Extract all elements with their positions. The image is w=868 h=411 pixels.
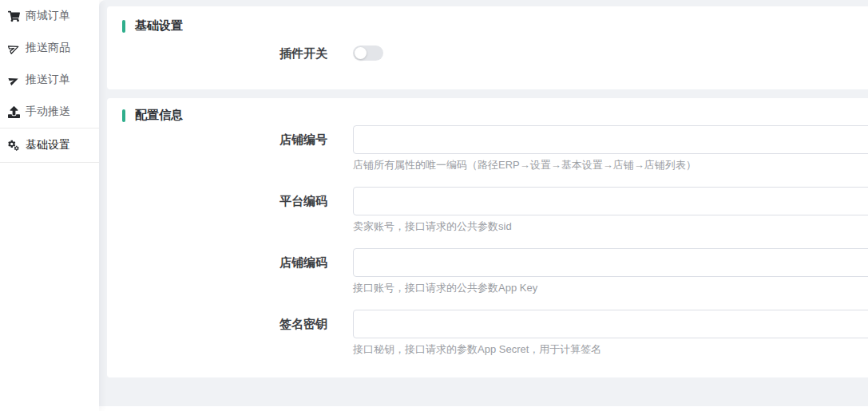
section-accent-bar [122,20,125,33]
sidebar-item-push-orders[interactable]: 推送订单 [0,64,99,96]
upload-icon [7,105,20,118]
sign-secret-input[interactable] [353,310,868,338]
shop-number-field-row: 店铺编号 店铺所有属性的唯一编码（路径ERP→设置→基本设置→店铺→店铺列表） [107,125,868,172]
config-info-card-header: 配置信息 [107,98,868,123]
platform-code-label: 平台编码 [107,187,353,233]
switch-knob [355,47,367,59]
sign-secret-field-row: 签名密钥 接口秘钥，接口请求的参数App Secret，用于计算签名 [107,310,868,356]
sidebar-item-label: 推送订单 [26,73,70,87]
config-form: 店铺编号 店铺所有属性的唯一编码（路径ERP→设置→基本设置→店铺→店铺列表） … [107,125,868,356]
sidebar-item-manual-push[interactable]: 手动推送 [0,96,99,128]
sidebar-item-label: 手动推送 [26,105,70,119]
shop-number-hint: 店铺所有属性的唯一编码（路径ERP→设置→基本设置→店铺→店铺列表） [353,159,868,172]
sidebar-item-basic-settings[interactable]: 基础设置 [0,128,99,163]
config-info-card: 配置信息 店铺编号 店铺所有属性的唯一编码（路径ERP→设置→基本设置→店铺→店… [107,98,868,377]
shop-code-label: 店铺编码 [107,248,353,294]
section-title: 基础设置 [135,18,183,34]
sidebar-item-mall-orders[interactable]: 商城订单 [0,0,99,32]
paper-plane-icon [7,73,20,86]
sign-secret-label: 签名密钥 [107,310,353,356]
platform-code-field-row: 平台编码 卖家账号，接口请求的公共参数sid [107,187,868,233]
basic-settings-card: 基础设置 插件开关 [107,6,868,89]
shop-code-hint: 接口账号，接口请求的公共参数App Key [353,282,868,294]
sign-secret-hint: 接口秘钥，接口请求的参数App Secret，用于计算签名 [353,343,868,356]
paper-plane-outline-icon [7,41,20,54]
section-title: 配置信息 [135,108,183,123]
sidebar-item-label: 基础设置 [26,138,70,152]
shop-number-label: 店铺编号 [107,125,353,172]
shop-number-input[interactable] [353,125,868,154]
shopping-cart-icon [7,10,20,22]
shop-code-input[interactable] [353,248,868,277]
basic-settings-card-header: 基础设置 [107,6,868,34]
sidebar-item-push-products[interactable]: 推送商品 [0,32,99,64]
platform-code-hint: 卖家账号，接口请求的公共参数sid [353,220,868,233]
section-accent-bar [122,109,125,122]
plugin-switch-label: 插件开关 [107,45,353,61]
sidebar-item-label: 商城订单 [26,9,70,23]
plugin-switch-row: 插件开关 [107,45,868,61]
sidebar-item-label: 推送商品 [26,41,70,55]
shop-code-field-row: 店铺编码 接口账号，接口请求的公共参数App Key [107,248,868,294]
sidebar: 商城订单 推送商品 推送订单 手动推送 基础设置 [0,0,99,411]
platform-code-input[interactable] [353,187,868,215]
gears-icon [7,139,20,152]
plugin-switch-toggle[interactable] [353,45,383,61]
